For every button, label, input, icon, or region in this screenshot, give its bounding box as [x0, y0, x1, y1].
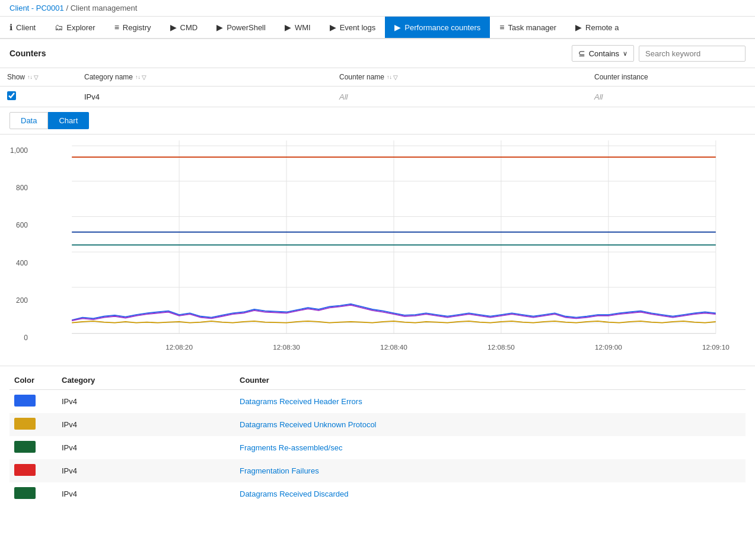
counter-table: Show ↑↓ ▽ Category name ↑↓ ▽ Counter nam…	[0, 68, 755, 107]
main-content: Counters ⊆ Contains ∨ Show ↑↓ ▽	[0, 39, 755, 513]
row-category-cell: IPv4	[77, 87, 332, 107]
row-counter-all: All	[339, 92, 348, 101]
tab-explorer-label: Explorer	[66, 23, 95, 32]
chevron-down-icon: ∨	[623, 50, 627, 57]
event-logs-icon: ▶	[330, 23, 336, 32]
tab-client[interactable]: ℹ Client	[0, 17, 45, 39]
tab-powershell-label: PowerShell	[227, 23, 266, 32]
legend-counter-cell: Fragments Re-assembled/sec	[235, 436, 746, 459]
chart-svg: 12:08:20 12:08:30 12:08:40 12:08:50 12:0…	[33, 140, 755, 366]
counters-toolbar: Counters ⊆ Contains ∨	[0, 39, 755, 68]
tab-cmd[interactable]: ▶ CMD	[161, 17, 208, 39]
counters-title: Counters	[9, 49, 46, 58]
row-show-checkbox[interactable]	[7, 91, 16, 100]
tab-explorer[interactable]: 🗂 Explorer	[45, 17, 104, 39]
legend-color-swatch	[14, 441, 36, 453]
tab-cmd-label: CMD	[180, 23, 198, 32]
search-input[interactable]	[639, 46, 746, 62]
chart-area: 1,000 800 600 400 200 0	[0, 135, 755, 366]
tab-event-logs-label: Event logs	[340, 23, 376, 32]
category-filter-icon[interactable]: ▽	[142, 74, 146, 81]
counter-filter-icon[interactable]: ▽	[393, 74, 398, 81]
y-label-1000: 1,000	[6, 146, 28, 155]
explorer-icon: 🗂	[55, 23, 63, 32]
legend-th-color: Color	[9, 373, 57, 390]
legend-color-cell	[9, 390, 57, 414]
y-label-0: 0	[6, 334, 28, 342]
filter-contains-icon: ⊆	[578, 49, 585, 58]
row-instance-all: All	[594, 92, 603, 101]
legend-th-counter: Counter	[235, 373, 746, 390]
svg-text:12:08:30: 12:08:30	[273, 343, 300, 351]
th-category: Category name ↑↓ ▽	[77, 68, 332, 87]
legend-color-cell	[9, 436, 57, 459]
chart-view-button[interactable]: Chart	[48, 112, 89, 129]
breadcrumb: Client - PC0001 / Client management	[0, 0, 755, 17]
legend-category-cell: IPv4	[57, 459, 235, 482]
toolbar-right: ⊆ Contains ∨	[572, 45, 746, 62]
tab-performance-counters[interactable]: ▶ Performance counters	[385, 17, 490, 39]
category-sort-icon[interactable]: ↑↓	[135, 74, 141, 80]
tab-wmi[interactable]: ▶ WMI	[275, 17, 320, 39]
svg-text:12:08:50: 12:08:50	[488, 343, 515, 351]
legend-color-swatch	[14, 464, 36, 476]
tab-powershell[interactable]: ▶ PowerShell	[207, 17, 275, 39]
breadcrumb-client-link[interactable]: Client - PC0001	[9, 4, 64, 12]
counter-sort-icon[interactable]: ↑↓	[387, 74, 392, 80]
th-counter: Counter name ↑↓ ▽	[332, 68, 587, 87]
y-label-400: 400	[6, 259, 28, 267]
breadcrumb-separator: /	[66, 4, 70, 12]
y-label-600: 600	[6, 221, 28, 229]
tab-remote-label: Remote a	[585, 23, 619, 32]
y-label-800: 800	[6, 184, 28, 192]
row-instance-cell: All	[587, 87, 755, 107]
view-toggle: Data Chart	[0, 107, 755, 135]
legend-counter-cell: Fragmentation Failures	[235, 459, 746, 482]
svg-text:12:09:10: 12:09:10	[702, 343, 729, 351]
tab-task-manager[interactable]: ≡ Task manager	[490, 17, 566, 39]
tab-wmi-label: WMI	[295, 23, 311, 32]
legend-section: Color Category Counter IPv4 Datagrams Re…	[0, 366, 755, 513]
powershell-icon: ▶	[216, 23, 223, 32]
legend-category-cell: IPv4	[57, 436, 235, 459]
tab-event-logs[interactable]: ▶ Event logs	[320, 17, 386, 39]
data-view-button[interactable]: Data	[9, 112, 48, 129]
legend-color-swatch	[14, 395, 36, 407]
tab-client-label: Client	[16, 23, 36, 32]
legend-table: Color Category Counter IPv4 Datagrams Re…	[9, 373, 746, 505]
tab-registry-label: Registry	[123, 23, 151, 32]
legend-row: IPv4 Fragmentation Failures	[9, 459, 746, 482]
svg-text:12:09:00: 12:09:00	[595, 343, 622, 351]
legend-category-cell: IPv4	[57, 390, 235, 414]
legend-row: IPv4 Datagrams Received Unknown Protocol	[9, 413, 746, 436]
legend-color-cell	[9, 459, 57, 482]
perf-counters-icon: ▶	[394, 23, 401, 32]
tab-performance-counters-label: Performance counters	[404, 23, 480, 32]
row-show-cell	[0, 87, 77, 107]
legend-row: IPv4 Fragments Re-assembled/sec	[9, 436, 746, 459]
remote-icon: ▶	[575, 23, 582, 32]
table-row: IPv4 All All	[0, 87, 755, 107]
tab-remote[interactable]: ▶ Remote a	[566, 17, 628, 39]
legend-row: IPv4 Datagrams Received Discarded	[9, 482, 746, 505]
registry-icon: ≡	[114, 23, 119, 32]
filter-label: Contains	[589, 49, 619, 58]
row-counter-cell: All	[332, 87, 587, 107]
legend-category-cell: IPv4	[57, 482, 235, 505]
y-label-200: 200	[6, 296, 28, 305]
cmd-icon: ▶	[170, 23, 177, 32]
tab-registry[interactable]: ≡ Registry	[105, 17, 161, 39]
tab-task-manager-label: Task manager	[508, 23, 556, 32]
client-icon: ℹ	[9, 23, 12, 32]
th-show: Show ↑↓ ▽	[0, 68, 77, 87]
filter-dropdown[interactable]: ⊆ Contains ∨	[572, 45, 634, 62]
th-instance: Counter instance	[587, 68, 755, 87]
legend-counter-cell: Datagrams Received Discarded	[235, 482, 746, 505]
svg-text:12:08:40: 12:08:40	[380, 343, 407, 351]
legend-color-swatch	[14, 487, 36, 499]
legend-color-cell	[9, 482, 57, 505]
legend-counter-cell: Datagrams Received Header Errors	[235, 390, 746, 414]
wmi-icon: ▶	[285, 23, 291, 32]
show-sort-icon[interactable]: ↑↓	[27, 74, 33, 80]
show-filter-icon[interactable]: ▽	[34, 74, 39, 81]
